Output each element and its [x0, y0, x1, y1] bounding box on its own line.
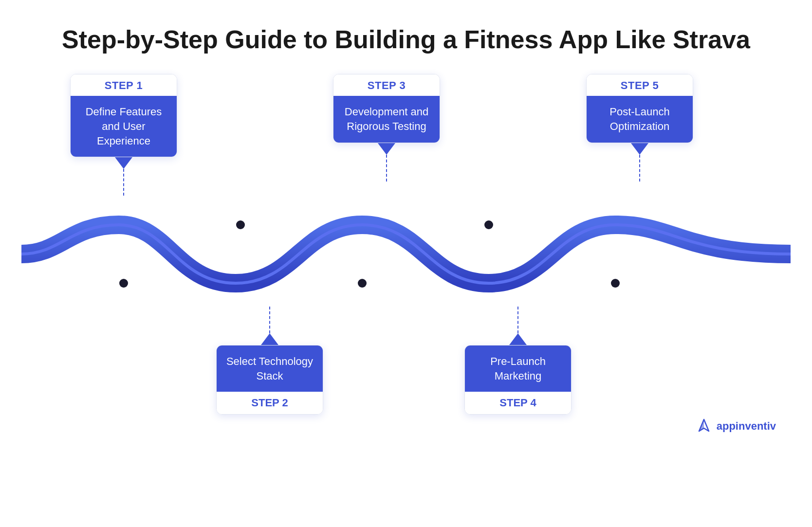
- step3-connector: [386, 155, 387, 182]
- logo-text: appinventiv: [717, 420, 776, 433]
- step5-connector: [639, 155, 640, 182]
- step5-label: STEP 5: [587, 74, 693, 96]
- page-title: Step-by-Step Guide to Building a Fitness…: [62, 24, 750, 55]
- diagram-area: STEP 1 Define Features and User Experien…: [21, 64, 791, 444]
- step5-desc: Post-Launch Optimization: [587, 96, 693, 142]
- step2-dot: [236, 220, 245, 229]
- step5-dot: [611, 279, 620, 288]
- step4-card: Pre-Launch Marketing STEP 4: [464, 307, 572, 415]
- logo-icon: [695, 418, 713, 435]
- step5-card: STEP 5 Post-Launch Optimization: [586, 74, 693, 181]
- step4-desc: Pre-Launch Marketing: [465, 345, 571, 392]
- step1-dot: [119, 279, 128, 288]
- step1-label: STEP 1: [71, 74, 177, 96]
- wave-svg: [21, 210, 791, 298]
- step3-dot: [358, 279, 367, 288]
- step5-arrow: [631, 143, 648, 155]
- step4-dot: [484, 220, 493, 229]
- step1-card: STEP 1 Define Features and User Experien…: [70, 74, 177, 196]
- step3-arrow: [378, 143, 395, 155]
- step1-arrow: [115, 157, 132, 169]
- step1-connector: [123, 169, 124, 196]
- step2-connector: [269, 307, 270, 333]
- step2-arrow: [261, 333, 278, 345]
- step2-desc: Select Technology Stack: [217, 345, 323, 392]
- step1-desc: Define Features and User Experience: [71, 96, 177, 157]
- step3-card: STEP 3 Development and Rigorous Testing: [333, 74, 440, 181]
- step3-label: STEP 3: [333, 74, 440, 96]
- step4-arrow: [509, 333, 527, 345]
- step4-connector: [517, 307, 518, 333]
- logo: appinventiv: [695, 418, 776, 435]
- step2-label: STEP 2: [217, 392, 323, 414]
- step2-card: Select Technology Stack STEP 2: [216, 307, 323, 415]
- step3-desc: Development and Rigorous Testing: [333, 96, 440, 142]
- step4-label: STEP 4: [465, 392, 571, 414]
